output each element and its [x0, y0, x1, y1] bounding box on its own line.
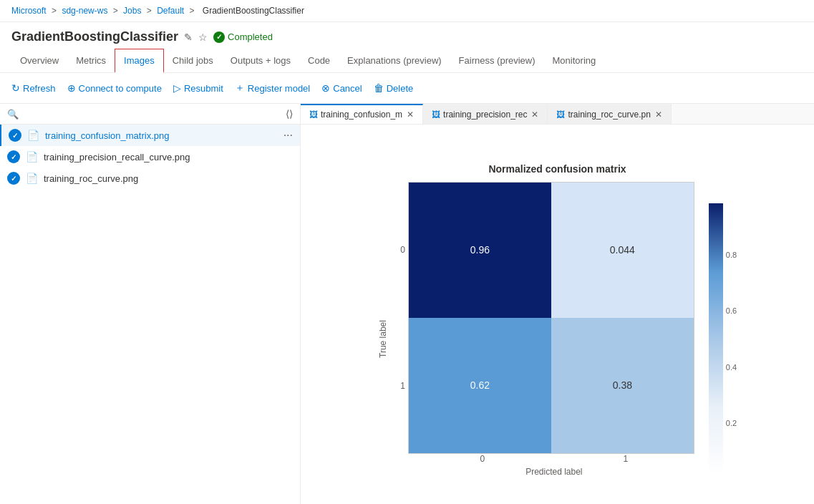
chart-container: Normalized confusion matrix True label 0…	[378, 163, 737, 477]
check-icon-1	[7, 150, 20, 163]
resubmit-icon: ▷	[173, 82, 181, 94]
doc-icon-0: 📄	[27, 130, 39, 141]
colorbar-labels: 0.8 0.6 0.4 0.2	[726, 203, 737, 475]
cancel-icon: ⊗	[321, 82, 330, 94]
y-label-0: 0	[394, 245, 405, 255]
y-axis-label: True label	[378, 203, 388, 475]
status-dot	[213, 32, 225, 43]
breadcrumb-current: GradientBoostingClassifier	[203, 6, 304, 16]
check-icon-2	[7, 172, 20, 185]
image-tab-label-0: training_confusion_m	[321, 110, 402, 120]
image-tab-icon-0: 🖼	[309, 110, 318, 120]
star-icon[interactable]: ☆	[198, 32, 208, 43]
resubmit-button[interactable]: ▷ Resubmit	[173, 79, 223, 97]
status-label: Completed	[228, 32, 273, 42]
image-tab-2[interactable]: 🖼 training_roc_curve.pn ✕	[548, 104, 671, 124]
delete-button[interactable]: 🗑 Delete	[374, 79, 414, 97]
matrix-cell-0-1: 0.044	[551, 183, 694, 318]
doc-icon-2: 📄	[26, 173, 38, 184]
colorbar-tick-0: 0.8	[726, 251, 737, 259]
right-panel: 🖼 training_confusion_m ✕ 🖼 training_prec…	[301, 104, 814, 504]
refresh-icon: ↻	[11, 82, 20, 94]
image-tab-0[interactable]: 🖼 training_confusion_m ✕	[301, 104, 423, 124]
tab-outputs[interactable]: Outputs + logs	[222, 49, 299, 73]
cancel-button[interactable]: ⊗ Cancel	[321, 79, 362, 97]
toolbar: ↻ Refresh ⊕ Connect to compute ▷ Resubmi…	[0, 73, 814, 104]
left-panel: 🔍 ⟨⟩ 📄 training_confusion_matrix.png ···…	[0, 104, 301, 504]
x-axis-title: Predicted label	[411, 467, 697, 477]
matrix-cell-0-0: 0.96	[409, 183, 551, 318]
connect-icon: ⊕	[67, 82, 76, 94]
file-item-0[interactable]: 📄 training_confusion_matrix.png ···	[0, 125, 300, 146]
image-tab-label-1: training_precision_rec	[443, 110, 527, 120]
x-label-1: 1	[554, 454, 697, 464]
refresh-button[interactable]: ↻ Refresh	[11, 79, 56, 97]
edit-icon[interactable]: ✎	[184, 32, 193, 43]
search-input[interactable]	[23, 109, 281, 120]
chart-title: Normalized confusion matrix	[378, 163, 737, 175]
file-list: 📄 training_confusion_matrix.png ··· 📄 tr…	[0, 125, 300, 504]
colorbar-tick-2: 0.4	[726, 363, 737, 372]
breadcrumb-default[interactable]: Default	[157, 6, 184, 16]
breadcrumb-jobs[interactable]: Jobs	[123, 6, 141, 16]
file-name-1: training_precision_recall_curve.png	[44, 152, 293, 163]
tab-metrics[interactable]: Metrics	[67, 49, 115, 73]
file-name-2: training_roc_curve.png	[44, 173, 293, 184]
colorbar: 0.8 0.6 0.4 0.2	[709, 203, 737, 475]
image-tab-icon-1: 🖼	[432, 110, 440, 120]
tab-overview[interactable]: Overview	[11, 49, 67, 73]
tab-fairness[interactable]: Fairness (preview)	[450, 49, 544, 73]
search-icon: 🔍	[7, 109, 19, 120]
file-item-1[interactable]: 📄 training_precision_recall_curve.png	[0, 146, 300, 168]
page-title: GradientBoostingClassifier	[11, 29, 178, 44]
tab-monitoring[interactable]: Monitoring	[544, 49, 605, 73]
main-layout: 🔍 ⟨⟩ 📄 training_confusion_matrix.png ···…	[0, 104, 814, 504]
colorbar-tick-1: 0.6	[726, 306, 737, 315]
colorbar-gradient	[709, 203, 723, 475]
image-tabs: 🖼 training_confusion_m ✕ 🖼 training_prec…	[301, 104, 814, 125]
file-more-0[interactable]: ···	[284, 129, 293, 142]
y-labels: 0 1	[394, 182, 405, 454]
matrix-grid: 0.96 0.044 0.62 0.38	[408, 182, 694, 454]
image-tab-icon-2: 🖼	[556, 110, 565, 120]
image-tab-label-2: training_roc_curve.pn	[568, 110, 650, 120]
file-name-0[interactable]: training_confusion_matrix.png	[45, 130, 278, 141]
colorbar-tick-3: 0.2	[726, 419, 737, 427]
register-button[interactable]: ＋ Register model	[235, 79, 310, 97]
matrix-cell-1-0: 0.62	[409, 318, 551, 453]
status-badge: Completed	[213, 32, 273, 43]
chart-area: Normalized confusion matrix True label 0…	[301, 125, 814, 504]
image-tab-close-2[interactable]: ✕	[655, 110, 662, 120]
register-icon: ＋	[235, 82, 245, 94]
image-tab-1[interactable]: 🖼 training_precision_rec ✕	[423, 104, 548, 124]
breadcrumb-microsoft[interactable]: Microsoft	[11, 6, 47, 16]
y-label-1: 1	[394, 381, 405, 391]
tab-child-jobs[interactable]: Child jobs	[164, 49, 222, 73]
x-label-0: 0	[411, 454, 554, 464]
file-item-2[interactable]: 📄 training_roc_curve.png	[0, 168, 300, 189]
tabs-bar: Overview Metrics Images Child jobs Outpu…	[0, 49, 814, 73]
tab-code[interactable]: Code	[299, 49, 339, 73]
breadcrumb: Microsoft > sdg-new-ws > Jobs > Default …	[0, 0, 814, 22]
connect-button[interactable]: ⊕ Connect to compute	[67, 79, 162, 97]
check-icon-0	[9, 129, 21, 142]
breadcrumb-workspace[interactable]: sdg-new-ws	[62, 6, 107, 16]
doc-icon-1: 📄	[26, 151, 38, 163]
confusion-matrix-wrapper: True label 0 1 0.96 0.044	[378, 182, 737, 477]
tab-images[interactable]: Images	[115, 49, 164, 73]
tab-explanations[interactable]: Explanations (preview)	[339, 49, 450, 73]
collapse-button[interactable]: ⟨⟩	[286, 108, 293, 120]
matrix-cell-1-1: 0.38	[551, 318, 694, 453]
image-tab-close-0[interactable]: ✕	[407, 110, 414, 120]
image-tab-close-1[interactable]: ✕	[531, 110, 538, 120]
matrix-with-axes: 0 1 0.96 0.044 0.62 0.38	[394, 182, 697, 477]
x-axis-labels: 0 1	[411, 454, 697, 464]
page-header: GradientBoostingClassifier ✎ ☆ Completed	[0, 22, 814, 49]
delete-icon: 🗑	[374, 82, 384, 94]
search-bar: 🔍 ⟨⟩	[0, 104, 300, 125]
